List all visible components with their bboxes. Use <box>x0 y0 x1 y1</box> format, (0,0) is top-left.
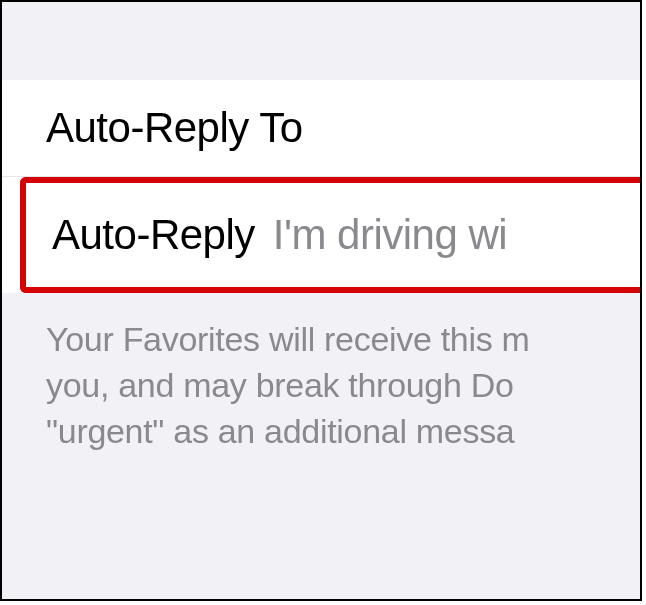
footer-line-1: Your Favorites will receive this m <box>46 317 640 363</box>
auto-reply-label: Auto-Reply <box>52 211 255 259</box>
auto-reply-to-row[interactable]: Auto-Reply To <box>2 80 640 177</box>
auto-reply-to-label: Auto-Reply To <box>46 104 303 152</box>
section-footer-text: Your Favorites will receive this m you, … <box>2 293 640 479</box>
settings-screen: Auto-Reply To Auto-Reply I'm driving wi … <box>0 0 642 601</box>
auto-reply-row[interactable]: Auto-Reply I'm driving wi <box>26 183 640 287</box>
highlight-annotation: Auto-Reply I'm driving wi <box>20 177 640 293</box>
auto-reply-value: I'm driving wi <box>273 211 507 259</box>
top-spacer <box>2 2 640 80</box>
settings-group: Auto-Reply To Auto-Reply I'm driving wi <box>2 80 640 293</box>
footer-line-3: "urgent" as an additional messa <box>46 409 640 455</box>
footer-line-2: you, and may break through Do <box>46 363 640 409</box>
